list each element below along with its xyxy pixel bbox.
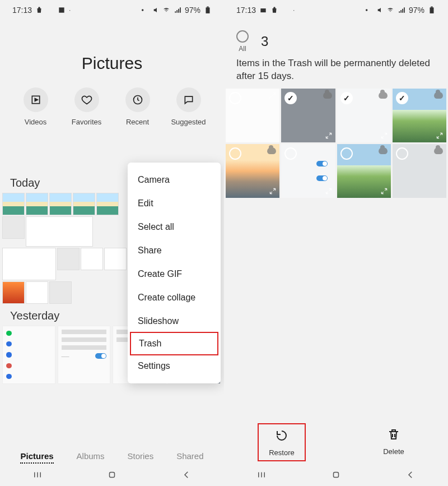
selection-header: All 3 [224, 20, 448, 57]
thumbnail[interactable] [26, 216, 93, 247]
menu-share[interactable]: Share [128, 239, 221, 262]
nav-recent-icon[interactable] [256, 470, 267, 482]
camera-icon [259, 6, 267, 14]
nav-back-icon[interactable] [405, 470, 416, 482]
trash-info-message: Items in the Trash will be permanently d… [224, 57, 448, 89]
category-favorites[interactable]: Favorites [64, 87, 109, 126]
today-thumbnails[interactable] [2, 193, 137, 304]
delete-label: Delete [383, 447, 404, 456]
trash-item[interactable] [337, 89, 391, 142]
cloud-icon [323, 92, 332, 99]
wifi-icon [162, 6, 170, 14]
check-circle-icon[interactable] [284, 92, 297, 104]
trash-grid [224, 89, 448, 198]
expand-icon [268, 91, 277, 98]
thumbnail[interactable] [49, 281, 72, 304]
thumbnail[interactable] [26, 193, 48, 215]
thumbnail[interactable] [57, 248, 80, 270]
status-time: 17:13 [236, 6, 256, 15]
status-battery-text: 97% [185, 6, 200, 15]
status-bar: 17:13 · 97% [0, 0, 224, 20]
bottom-actions: Restore Delete [224, 423, 448, 461]
menu-edit[interactable]: Edit [128, 192, 221, 215]
status-left: 17:13 · [12, 6, 71, 15]
expand-icon [436, 132, 444, 140]
phone-right-trash: 17:13 · 97% All 3 Items in the Trash wil… [224, 0, 448, 486]
delete-button[interactable]: Delete [373, 423, 414, 461]
check-circle-icon[interactable] [229, 147, 241, 160]
thumbnail[interactable] [104, 248, 127, 270]
svg-rect-6 [109, 473, 114, 478]
expand-icon [380, 132, 388, 140]
expand-icon [380, 187, 388, 195]
trash-item[interactable] [393, 144, 446, 198]
select-all-toggle[interactable]: All [236, 30, 249, 53]
menu-create-collage[interactable]: Create collage [128, 286, 221, 309]
thumbnail[interactable] [26, 281, 48, 304]
thumbnail[interactable] [73, 193, 95, 215]
trash-item[interactable] [226, 144, 279, 198]
vpn-icon [140, 6, 148, 14]
category-videos[interactable]: Videos [13, 87, 58, 126]
category-recent[interactable]: Recent [115, 87, 160, 126]
restore-button[interactable]: Restore [258, 423, 306, 461]
trash-item[interactable] [281, 89, 335, 142]
menu-create-gif[interactable]: Create GIF [128, 262, 221, 286]
thumbnail[interactable] [2, 216, 25, 239]
svg-rect-12 [333, 473, 338, 478]
svg-rect-3 [207, 7, 209, 8]
trash-item[interactable] [337, 144, 391, 198]
check-circle-icon[interactable] [396, 147, 408, 160]
nav-back-icon[interactable] [181, 470, 192, 482]
thumbnail[interactable] [49, 193, 72, 215]
check-circle-icon[interactable] [396, 92, 408, 104]
tab-stories[interactable]: Stories [128, 451, 154, 464]
menu-select-all[interactable]: Select all [128, 215, 221, 239]
status-more: · [293, 6, 295, 14]
overflow-menu: Camera Edit Select all Share Create GIF … [128, 163, 221, 383]
trash-item[interactable] [226, 89, 279, 142]
mute-icon [151, 6, 159, 14]
status-time: 17:13 [12, 6, 32, 15]
check-circle-icon[interactable] [340, 92, 353, 104]
svg-rect-0 [59, 7, 64, 12]
thumbnail[interactable] [81, 248, 103, 270]
thumbnail[interactable]: —— [58, 326, 111, 384]
menu-settings[interactable]: Settings [128, 354, 221, 378]
thumbnail[interactable] [96, 193, 119, 215]
cloud-icon [379, 92, 388, 99]
thumbnail[interactable] [2, 248, 56, 280]
expand-icon [325, 187, 333, 195]
phone-left-gallery: 17:13 · 97% Pictures Videos Favorites [0, 0, 224, 486]
status-right: 97% [140, 6, 212, 15]
expand-icon [269, 187, 277, 195]
menu-slideshow[interactable]: Slideshow [128, 309, 221, 333]
thumbnail[interactable] [2, 281, 25, 304]
category-suggested[interactable]: Suggested [166, 87, 211, 126]
battery-icon [428, 6, 436, 14]
check-circle-icon[interactable] [340, 147, 353, 160]
tab-shared[interactable]: Shared [176, 451, 203, 464]
select-all-label: All [239, 45, 246, 53]
nav-home-icon[interactable] [331, 470, 341, 482]
thumbnail[interactable] [2, 326, 55, 384]
trash-item[interactable] [281, 144, 335, 198]
category-label: Videos [25, 118, 47, 126]
nav-home-icon[interactable] [107, 470, 117, 482]
svg-rect-10 [430, 7, 434, 13]
signal-icon [398, 6, 405, 14]
nav-recent-icon[interactable] [32, 470, 43, 482]
thumbnail[interactable] [2, 193, 25, 215]
svg-point-9 [366, 9, 368, 11]
page-title: Pictures [0, 54, 224, 73]
check-circle-icon[interactable] [284, 147, 297, 160]
restore-label: Restore [269, 448, 295, 457]
selected-count: 3 [261, 34, 268, 49]
tab-pictures[interactable]: Pictures [20, 451, 53, 464]
menu-trash[interactable]: Trash [130, 332, 218, 355]
menu-camera[interactable]: Camera [128, 168, 221, 192]
check-circle-icon[interactable] [229, 92, 241, 104]
trash-item[interactable] [393, 89, 446, 142]
tab-albums[interactable]: Albums [77, 451, 105, 464]
svg-rect-11 [431, 7, 433, 8]
